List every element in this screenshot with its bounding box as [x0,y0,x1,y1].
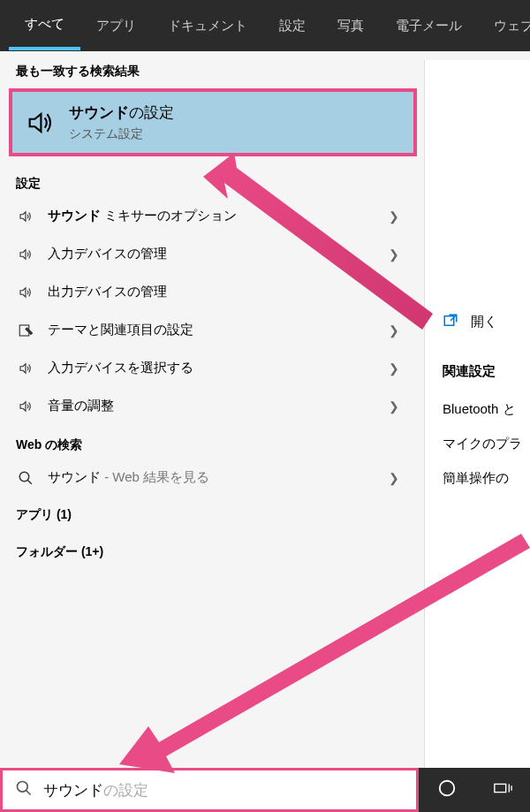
tab-email[interactable]: 電子メール [380,4,478,49]
best-match-result[interactable]: サウンドの設定 システム設定 [9,88,417,156]
svg-marker-1 [20,211,26,221]
web-search-header: Web の検索 [0,425,424,459]
search-icon [16,470,35,486]
svg-marker-3 [20,287,26,297]
chevron-right-icon: ❯ [389,209,408,224]
cortana-button[interactable] [423,768,471,812]
speaker-icon [16,360,35,376]
speaker-icon [16,285,35,300]
chevron-right-icon: ❯ [389,361,408,376]
svg-marker-6 [20,401,26,411]
apps-category[interactable]: アプリ (1) [0,497,424,534]
related-link[interactable]: 簡単操作の [443,461,530,496]
related-link[interactable]: マイクのプラ [443,427,530,461]
best-match-subtitle: システム設定 [69,126,401,142]
search-icon [15,779,33,801]
svg-point-7 [19,472,29,482]
result-label: 入力デバイスの管理 [48,246,376,262]
chevron-right-icon: ❯ [389,399,408,414]
best-match-title: サウンドの設定 [69,102,401,123]
tab-settings[interactable]: 設定 [263,4,322,49]
svg-point-13 [439,781,454,796]
speaker-icon [16,247,35,262]
best-match-header: 最も一致する検索結果 [0,51,424,85]
settings-result[interactable]: テーマと関連項目の設定❯ [0,311,424,349]
edit-icon [16,323,35,338]
tab-web[interactable]: ウェブ [478,4,530,49]
search-input[interactable]: サウンドの設定 [36,773,404,808]
web-search-result[interactable]: サウンド - Web 結果を見る ❯ [0,459,424,497]
tab-all[interactable]: すべて [9,2,80,50]
settings-header: 設定 [0,163,424,197]
speaker-icon [25,108,55,138]
tab-photos[interactable]: 写真 [322,4,380,49]
detail-panel: 開く 関連設定 Bluetooth と マイクのプラ 簡単操作の [424,60,530,768]
result-label: 入力デバイスを選択する [48,360,376,376]
tab-apps[interactable]: アプリ [80,4,152,49]
svg-point-11 [18,782,28,793]
result-label: 出力デバイスの管理 [48,284,376,300]
svg-line-8 [27,480,32,484]
svg-rect-9 [444,316,454,326]
taskbar-search-area: サウンドの設定 [0,768,530,812]
chevron-right-icon: ❯ [389,247,408,262]
search-tabs: すべて アプリ ドキュメント 設定 写真 電子メール ウェブ [0,0,530,51]
result-label: 音量の調整 [48,398,376,414]
open-action[interactable]: 開く [443,307,530,337]
settings-result[interactable]: 出力デバイスの管理❯ [0,273,424,311]
svg-line-12 [26,791,31,795]
task-view-button[interactable] [479,768,526,812]
result-label: サウンド ミキサーのオプション [48,208,376,224]
results-column: 最も一致する検索結果 サウンドの設定 システム設定 設定 サウンド ミキサーのオ… [0,51,424,768]
result-label: テーマと関連項目の設定 [48,322,376,338]
speaker-icon [16,398,35,414]
folders-category[interactable]: フォルダー (1+) [0,534,424,571]
settings-result[interactable]: 入力デバイスを選択する❯ [0,349,424,387]
tab-documents[interactable]: ドキュメント [152,4,263,49]
open-external-icon [443,313,458,331]
settings-result[interactable]: 音量の調整❯ [0,387,424,425]
chevron-right-icon: ❯ [389,323,408,338]
svg-marker-2 [20,249,26,259]
related-link[interactable]: Bluetooth と [443,392,530,427]
search-bar[interactable]: サウンドの設定 [0,768,419,812]
svg-marker-5 [20,363,26,373]
chevron-right-icon: ❯ [389,285,408,300]
settings-result[interactable]: 入力デバイスの管理❯ [0,235,424,273]
speaker-icon [16,209,35,224]
svg-rect-14 [494,784,505,792]
related-settings-header: 関連設定 [443,363,530,380]
chevron-right-icon: ❯ [389,471,408,485]
settings-result[interactable]: サウンド ミキサーのオプション❯ [0,197,424,235]
svg-marker-0 [30,114,42,132]
